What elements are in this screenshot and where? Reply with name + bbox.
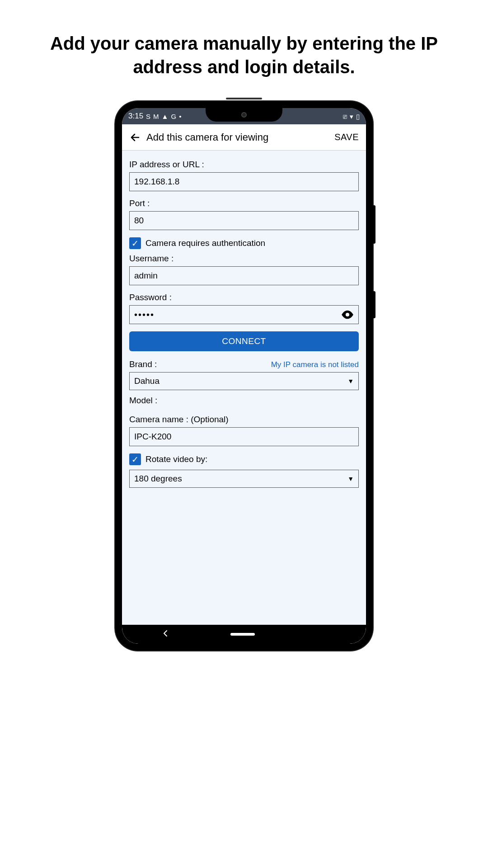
- rotate-select[interactable]: 180 degrees ▼: [129, 470, 359, 488]
- port-input[interactable]: 80: [129, 211, 359, 230]
- phone-screen: 3:15 S M ▲ G • ⎚ ▾ ▯ Add this camera for…: [122, 108, 366, 644]
- auth-checkbox-row[interactable]: ✓ Camera requires authentication: [129, 237, 359, 249]
- show-password-button[interactable]: [341, 310, 354, 319]
- status-wifi-icon: ▾: [350, 113, 353, 120]
- ip-address-value: 192.168.1.8: [134, 177, 179, 187]
- rotate-checkbox-label: Rotate video by:: [145, 454, 207, 464]
- password-label: Password :: [129, 292, 359, 302]
- status-time: 3:15: [128, 112, 143, 121]
- front-camera-icon: [241, 112, 247, 118]
- status-dot-icon: •: [179, 113, 181, 120]
- username-label: Username :: [129, 254, 359, 264]
- status-battery-icon: ▯: [356, 113, 360, 120]
- brand-select[interactable]: Dahua ▼: [129, 372, 359, 390]
- phone-side-button-2: [373, 291, 375, 318]
- camera-name-input[interactable]: IPC-K200: [129, 427, 359, 446]
- nav-back-button[interactable]: [163, 630, 168, 639]
- camera-name-label: Camera name : (Optional): [129, 415, 359, 425]
- ip-address-label: IP address or URL :: [129, 160, 359, 170]
- page-title: Add this camera for viewing: [145, 132, 332, 143]
- phone-speaker: [226, 98, 262, 99]
- status-mail-icon: M: [153, 113, 159, 120]
- not-listed-link[interactable]: My IP camera is not listed: [271, 360, 359, 369]
- status-s-icon: S: [146, 113, 150, 120]
- status-g-icon: G: [171, 113, 176, 120]
- app-bar: Add this camera for viewing SAVE: [122, 124, 366, 151]
- phone-frame: 3:15 S M ▲ G • ⎚ ▾ ▯ Add this camera for…: [115, 101, 373, 651]
- model-label: Model :: [129, 396, 359, 406]
- password-value: •••••: [134, 310, 155, 320]
- ip-address-input[interactable]: 192.168.1.8: [129, 172, 359, 191]
- camera-name-value: IPC-K200: [134, 432, 171, 442]
- back-button[interactable]: [126, 128, 145, 147]
- chevron-left-icon: [163, 630, 168, 637]
- status-left: 3:15 S M ▲ G •: [128, 112, 181, 121]
- check-icon: ✓: [131, 238, 139, 249]
- port-value: 80: [134, 216, 144, 226]
- chevron-down-icon: ▼: [347, 475, 354, 482]
- arrow-left-icon: [130, 132, 141, 143]
- rotate-checkbox[interactable]: ✓: [129, 453, 141, 465]
- svg-point-1: [346, 313, 349, 316]
- status-right: ⎚ ▾ ▯: [343, 113, 360, 120]
- eye-icon: [341, 310, 354, 319]
- form-area: IP address or URL : 192.168.1.8 Port : 8…: [122, 151, 366, 625]
- check-icon: ✓: [131, 454, 139, 465]
- port-label: Port :: [129, 198, 359, 208]
- rotate-value: 180 degrees: [134, 474, 182, 484]
- promo-heading: Add your camera manually by entering the…: [0, 0, 488, 97]
- rotate-checkbox-row[interactable]: ✓ Rotate video by:: [129, 453, 359, 465]
- username-value: admin: [134, 271, 158, 281]
- brand-label: Brand :: [129, 359, 157, 369]
- status-warning-icon: ▲: [162, 113, 169, 120]
- phone-side-button-1: [373, 205, 375, 244]
- chevron-down-icon: ▼: [347, 377, 354, 385]
- password-input[interactable]: •••••: [129, 305, 359, 324]
- save-button[interactable]: SAVE: [332, 132, 361, 142]
- system-nav-bar: [122, 625, 366, 644]
- brand-value: Dahua: [134, 376, 160, 386]
- status-cast-icon: ⎚: [343, 113, 347, 120]
- auth-checkbox-label: Camera requires authentication: [145, 238, 265, 248]
- phone-notch: [206, 108, 282, 122]
- username-input[interactable]: admin: [129, 266, 359, 285]
- auth-checkbox[interactable]: ✓: [129, 237, 141, 249]
- nav-home-pill[interactable]: [230, 633, 255, 636]
- connect-button[interactable]: CONNECT: [129, 331, 359, 351]
